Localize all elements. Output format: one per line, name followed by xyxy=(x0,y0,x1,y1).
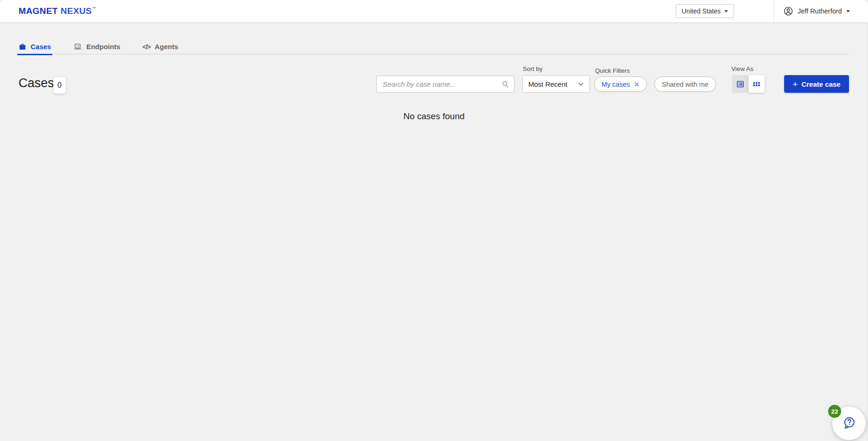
create-case-button[interactable]: + Create case xyxy=(784,75,849,93)
tab-endpoints-label: Endpoints xyxy=(86,43,120,51)
list-view-icon xyxy=(736,80,745,89)
grid-view-icon xyxy=(752,80,761,89)
user-menu[interactable]: Jeff Rutherford xyxy=(783,0,850,22)
briefcase-icon xyxy=(19,43,26,51)
tab-agents-label: Agents xyxy=(155,43,178,51)
laptop-icon xyxy=(73,43,82,51)
create-case-label: Create case xyxy=(801,80,840,88)
tab-endpoints[interactable]: Endpoints xyxy=(72,39,121,54)
caret-down-icon xyxy=(724,10,728,13)
logo-brand-text: MAGNET xyxy=(19,6,58,16)
code-icon: </> xyxy=(143,43,151,51)
case-search xyxy=(376,76,514,93)
person-circle-icon xyxy=(783,6,793,16)
help-chat-icon xyxy=(840,415,858,432)
tab-cases-label: Cases xyxy=(31,43,51,51)
app-logo[interactable]: MAGNET NEXUS ™ xyxy=(19,0,96,22)
help-unread-badge: 22 xyxy=(828,405,841,418)
caret-down-icon xyxy=(846,10,850,13)
help-button[interactable]: 22 xyxy=(832,407,866,440)
page-title: Cases xyxy=(19,76,54,90)
view-as-label: View As xyxy=(731,65,754,72)
sort-by-label: Sort by xyxy=(523,65,543,72)
quick-filters-label: Quick Filters xyxy=(595,67,630,74)
tab-cases[interactable]: Cases xyxy=(17,39,52,54)
search-icon[interactable] xyxy=(501,80,514,88)
sort-dropdown-value: Most Recent xyxy=(528,80,567,88)
app-header: MAGNET NEXUS ™ United States Jeff Ruther… xyxy=(0,0,868,22)
filter-chip-my-cases-label: My cases xyxy=(602,81,630,88)
chevron-down-icon xyxy=(577,81,584,88)
filter-chip-my-cases[interactable]: My cases xyxy=(594,77,647,92)
list-view-button[interactable] xyxy=(732,75,748,93)
region-selector-value: United States xyxy=(682,7,721,15)
sort-dropdown[interactable]: Most Recent xyxy=(522,75,590,93)
close-icon[interactable] xyxy=(634,82,640,87)
main-nav-tabs: Cases Endpoints </> Agents xyxy=(17,39,849,54)
view-toggle xyxy=(732,75,765,93)
logo-trademark: ™ xyxy=(92,6,96,11)
header-divider xyxy=(774,0,774,22)
empty-state-message: No cases found xyxy=(0,111,868,121)
grid-view-button[interactable] xyxy=(748,75,765,93)
right-edge-divider xyxy=(867,22,867,441)
region-selector[interactable]: United States xyxy=(676,4,734,18)
filter-chip-shared-label: Shared with me xyxy=(662,81,709,88)
user-name: Jeff Rutherford xyxy=(798,7,842,15)
case-count-badge: 0 xyxy=(53,77,66,94)
search-input[interactable] xyxy=(377,76,501,92)
filter-chip-shared-with-me[interactable]: Shared with me xyxy=(654,77,716,92)
logo-product-text: NEXUS xyxy=(61,6,92,16)
plus-icon: + xyxy=(792,80,798,89)
tab-agents[interactable]: </> Agents xyxy=(141,39,180,54)
